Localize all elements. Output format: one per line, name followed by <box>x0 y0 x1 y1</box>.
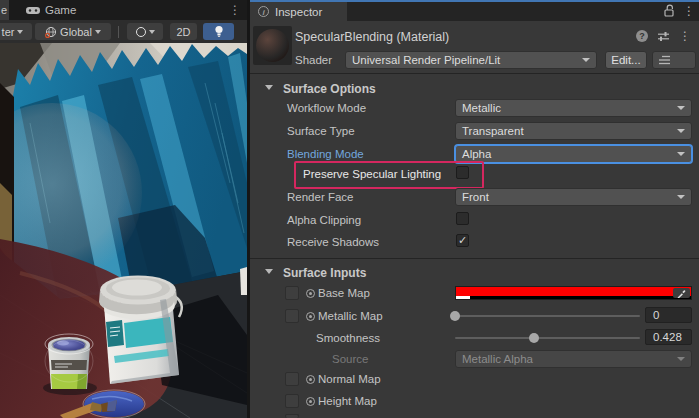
smoothness-value-field[interactable]: 0.428 <box>645 329 692 345</box>
shader-edit-button[interactable]: Edit... <box>605 51 647 69</box>
inspector-menu-icon[interactable]: ⋮ <box>683 5 695 17</box>
toggle-2d-button[interactable]: 2D <box>170 23 197 40</box>
foldout-arrow-icon[interactable] <box>265 85 273 90</box>
surface-options-header[interactable]: Surface Options <box>283 82 376 96</box>
surface-inputs-header[interactable]: Surface Inputs <box>283 266 366 280</box>
workflow-mode-label: Workflow Mode <box>287 102 366 114</box>
surface-type-label: Surface Type <box>287 125 355 137</box>
surface-type-dropdown[interactable]: Transparent <box>455 122 692 140</box>
base-map-color <box>456 287 691 296</box>
material-sphere <box>256 29 289 62</box>
lightbulb-icon <box>214 25 224 38</box>
alpha-clipping-label: Alpha Clipping <box>287 214 361 226</box>
toolbar-separator <box>118 26 119 38</box>
tab-scene-partial[interactable]: e <box>0 0 9 20</box>
alpha-clipping-checkbox[interactable]: ✓ <box>456 212 469 225</box>
scene-view-panel: e Game ⋮ ter <box>0 0 247 418</box>
section-divider <box>250 73 699 74</box>
eyedropper-icon[interactable] <box>673 288 690 298</box>
globe-icon <box>45 26 57 38</box>
panel-menu-icon[interactable]: ⋮ <box>229 0 241 20</box>
list-icon <box>658 55 671 65</box>
preserve-specular-checkbox[interactable]: ✓ <box>456 166 469 179</box>
chevron-down-icon <box>149 30 155 34</box>
normal-map-texture-slot[interactable] <box>285 372 299 386</box>
metallic-slider-knob[interactable] <box>450 311 460 321</box>
chevron-down-icon <box>95 30 101 34</box>
chevron-down-icon <box>677 129 685 133</box>
object-picker-icon[interactable] <box>306 312 315 321</box>
metallic-value-field[interactable]: 0 <box>645 307 692 323</box>
scene-toolbar: ter Global 2D <box>0 20 247 44</box>
help-icon[interactable]: ? <box>636 30 648 42</box>
tab-inspector-label: Inspector <box>275 6 322 18</box>
shading-mode-button[interactable] <box>127 23 163 40</box>
metallic-slider[interactable] <box>455 315 640 317</box>
base-map-label: Base Map <box>318 287 370 299</box>
material-menu-icon[interactable]: ⋮ <box>679 30 691 42</box>
smoothness-label: Smoothness <box>316 332 380 344</box>
tool-handle-rotation-button[interactable]: Global <box>35 23 111 40</box>
material-header: SpecularBlending (Material) ? ⋮ Shader U… <box>250 21 699 73</box>
chevron-down-icon <box>677 195 685 199</box>
metallic-map-label: Metallic Map <box>318 310 383 322</box>
base-map-texture-slot[interactable] <box>285 286 299 300</box>
lock-open-icon[interactable] <box>664 4 675 17</box>
next-texture-slot-partial[interactable] <box>285 414 299 418</box>
object-picker-icon[interactable] <box>306 289 315 298</box>
workflow-mode-dropdown[interactable]: Metallic <box>455 99 692 117</box>
presets-icon[interactable] <box>657 31 670 42</box>
height-map-label: Height Map <box>318 395 377 407</box>
chevron-down-icon <box>677 106 685 110</box>
tool-handle-position-button[interactable]: ter <box>0 23 32 40</box>
scene-viewport[interactable] <box>0 43 247 418</box>
scene-render <box>0 43 247 418</box>
shaded-mode-icon <box>136 27 146 37</box>
chevron-down-icon <box>677 152 685 156</box>
inspector-tab-bar: i Inspector ⋮ <box>250 2 699 21</box>
shader-label: Shader <box>295 54 332 66</box>
object-picker-icon[interactable] <box>306 397 315 406</box>
normal-map-label: Normal Map <box>318 373 381 385</box>
unity-editor: e Game ⋮ ter <box>0 0 699 418</box>
shader-options-button[interactable] <box>652 51 696 69</box>
blending-mode-dropdown[interactable]: Alpha <box>455 145 692 163</box>
chevron-down-icon <box>17 30 23 34</box>
tab-game-label: Game <box>45 4 76 16</box>
smoothness-slider[interactable] <box>455 337 640 339</box>
object-picker-icon[interactable] <box>306 375 315 384</box>
base-map-color-swatch[interactable] <box>455 286 692 300</box>
info-icon: i <box>258 6 269 17</box>
inspector-panel: i Inspector ⋮ SpecularBlending (Material… <box>250 0 699 418</box>
preserve-specular-label: Preserve Specular Lighting <box>303 168 441 180</box>
height-map-texture-slot[interactable] <box>285 394 299 408</box>
render-face-dropdown[interactable]: Front <box>455 188 692 206</box>
paint-bucket <box>99 276 182 385</box>
source-dropdown: Metallic Alpha <box>455 350 692 368</box>
chevron-down-icon <box>582 58 590 62</box>
paint-can <box>45 334 93 389</box>
foldout-arrow-icon[interactable] <box>265 269 273 274</box>
blending-mode-label: Blending Mode <box>287 148 364 160</box>
base-map-alpha-fill <box>456 296 470 299</box>
base-map-alpha-bar <box>456 296 691 299</box>
scene-lighting-toggle-button[interactable] <box>203 23 234 40</box>
material-preview-thumbnail[interactable] <box>253 26 292 65</box>
tab-inspector[interactable]: i Inspector <box>250 2 347 21</box>
render-face-label: Render Face <box>287 191 353 203</box>
metallic-map-texture-slot[interactable] <box>285 309 299 323</box>
shader-dropdown[interactable]: Universal Render Pipeline/Lit <box>345 51 597 69</box>
source-label: Source <box>332 353 368 365</box>
tab-game[interactable]: Game <box>18 0 84 20</box>
receive-shadows-checkbox[interactable]: ✓ <box>456 234 469 247</box>
scene-tab-bar: e Game ⋮ <box>0 0 247 20</box>
smoothness-slider-knob[interactable] <box>529 333 539 343</box>
receive-shadows-label: Receive Shadows <box>287 236 379 248</box>
chevron-down-icon <box>677 357 685 361</box>
material-title: SpecularBlending (Material) <box>295 30 449 44</box>
section-divider <box>250 258 699 259</box>
gamepad-icon <box>26 6 40 15</box>
